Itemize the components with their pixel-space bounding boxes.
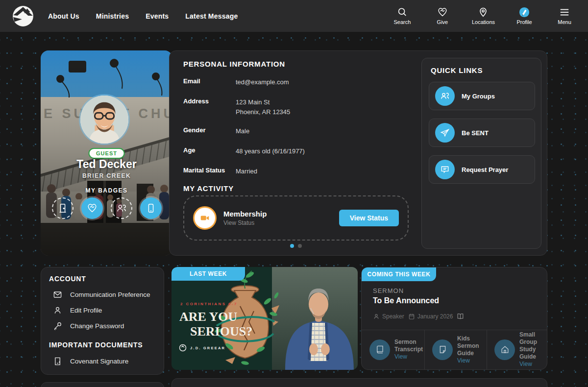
quick-link-label: Request Prayer	[462, 166, 508, 173]
quick-link-label: My Groups	[462, 93, 495, 100]
resource-view-link[interactable]: View	[457, 357, 487, 364]
nav-action-give[interactable]: Give	[432, 7, 453, 25]
meta-date: January 2026	[408, 313, 453, 320]
quick-link-request-prayer[interactable]: Request Prayer	[429, 155, 535, 184]
personal-info-title: PERSONAL INFORMATION	[183, 60, 285, 68]
give-heart-icon	[437, 7, 448, 18]
airplane-icon	[440, 128, 450, 138]
nav-action-label: Search	[393, 19, 411, 25]
kids-guide-icon-circle	[432, 339, 453, 360]
info-value: 123 Main St Phoenix, AR 12345	[236, 97, 290, 117]
badge-give-earned[interactable]	[81, 197, 103, 219]
upcoming-sermon-title: To Be Announced	[373, 296, 439, 305]
nav-link-about-us[interactable]: About Us	[48, 12, 79, 20]
key-icon	[53, 321, 62, 331]
membership-text: Membership View Status	[223, 210, 267, 226]
activity-item-subtitle: View Status	[223, 219, 267, 226]
info-label: Address	[183, 97, 236, 117]
resource-small-group-study-guide[interactable]: Small Group Study Guide View	[487, 330, 548, 369]
info-label: Marital Status	[183, 167, 236, 176]
account-item-covenant-signature[interactable]: Covenant Signature	[53, 357, 128, 366]
info-row-gender: Gender Male	[183, 126, 249, 136]
account-item-label: Edit Profile	[70, 307, 102, 314]
badge-groups-locked[interactable]	[111, 197, 132, 219]
account-item-label: Covenant Signature	[70, 358, 128, 365]
nav-action-menu[interactable]: Menu	[554, 7, 575, 25]
nav-action-label: Menu	[558, 19, 571, 25]
person-icon	[373, 313, 380, 320]
sermon-title-line1: ARE YOU	[179, 310, 237, 324]
book-icon	[375, 345, 385, 354]
meta-speaker: Speaker	[373, 313, 404, 320]
last-week-sermon-card[interactable]: 2 CORINTHIANS 6-7 ARE YOU SERIOUS? J.D. …	[172, 267, 358, 370]
last-week-badge: LAST WEEK	[172, 267, 245, 281]
carousel-dot-1[interactable]	[290, 244, 294, 248]
home-icon	[500, 345, 510, 354]
membership-activity-card: Membership View Status View Status	[183, 195, 409, 241]
account-item-label: Change Password	[70, 322, 124, 330]
resource-text: Kids Sermon Guide View	[457, 335, 487, 364]
nav-action-locations[interactable]: Locations	[472, 7, 495, 25]
nav-action-label: Profile	[516, 19, 532, 25]
info-value: Male	[236, 126, 249, 136]
account-card: ACCOUNT Communication Preference Edit Pr…	[41, 267, 164, 375]
groups-icon-circle	[435, 86, 455, 106]
sermon-speaker-name: J.D. GREEAR	[190, 346, 225, 350]
member-avatar-image	[80, 96, 128, 144]
member-name: Ted Decker	[41, 158, 172, 171]
quick-link-be-sent[interactable]: Be SENT	[429, 119, 535, 147]
info-row-email: Email ted@example.com	[183, 77, 289, 87]
address-line-1: 123 Main St	[236, 97, 290, 107]
info-value: ted@example.com	[236, 77, 289, 87]
resource-line2: Sermon Guide	[457, 342, 487, 357]
church-logo-icon[interactable]	[12, 5, 34, 27]
sermon-artwork: 2 CORINTHIANS 6-7 ARE YOU SERIOUS? J.D. …	[172, 267, 358, 370]
nav-action-label: Locations	[472, 19, 495, 25]
account-item-change-password[interactable]: Change Password	[53, 321, 124, 331]
info-label: Age	[183, 146, 236, 156]
door-icon	[57, 203, 68, 214]
quick-links-card: QUICK LINKS My Groups Be SENT Request Pr…	[421, 58, 541, 249]
address-line-2: Phoenix, AR 12345	[236, 107, 290, 117]
membership-icon-circle	[193, 206, 217, 230]
quick-link-my-groups[interactable]: My Groups	[429, 82, 535, 110]
give-heart-icon	[87, 203, 98, 214]
account-item-communication-preference[interactable]: Communication Preference	[53, 290, 150, 299]
resource-sermon-transcript[interactable]: Sermon Transcript View	[362, 330, 424, 369]
view-status-button[interactable]: View Status	[339, 210, 399, 226]
search-icon	[397, 7, 408, 18]
badge-attend-locked[interactable]	[52, 197, 74, 219]
resource-line1: Small Group	[519, 331, 548, 346]
coming-this-week-badge: COMING THIS WEEK	[362, 267, 436, 281]
info-value: Married	[236, 167, 257, 176]
resource-line2: Transcript	[394, 346, 423, 353]
resource-view-link[interactable]: View	[394, 353, 423, 361]
important-documents-title: IMPORTANT DOCUMENTS	[49, 341, 143, 349]
member-avatar	[80, 96, 128, 144]
nav-link-latest-message[interactable]: Latest Message	[185, 12, 238, 20]
resource-view-link[interactable]: View	[519, 361, 548, 368]
phone-icon	[146, 203, 156, 214]
account-title: ACCOUNT	[49, 275, 86, 283]
signed-document-icon	[53, 357, 62, 366]
nav-link-ministries[interactable]: Ministries	[96, 12, 129, 20]
account-item-edit-profile[interactable]: Edit Profile	[53, 306, 102, 315]
resource-text: Sermon Transcript View	[394, 339, 423, 361]
calendar-icon	[408, 313, 415, 320]
resource-text: Small Group Study Guide View	[519, 331, 548, 368]
carousel-dot-2[interactable]	[298, 244, 302, 248]
person-icon	[53, 306, 62, 315]
top-navbar: About Us Ministries Events Latest Messag…	[0, 0, 588, 32]
study-guide-icon-circle	[494, 339, 515, 360]
info-row-marital-status: Marital Status Married	[183, 167, 257, 176]
nav-link-events[interactable]: Events	[146, 12, 169, 20]
badge-app-earned[interactable]	[140, 197, 162, 219]
quick-link-label: Be SENT	[462, 129, 489, 137]
resource-kids-sermon-guide[interactable]: Kids Sermon Guide View	[424, 330, 487, 369]
resource-line2: Study Guide	[519, 346, 548, 361]
partial-card-wide	[172, 378, 547, 387]
nav-action-search[interactable]: Search	[392, 7, 413, 25]
coming-this-week-card: COMING THIS WEEK SERMON To Be Announced …	[361, 267, 547, 370]
meta-speaker-label: Speaker	[382, 313, 404, 320]
nav-action-profile[interactable]: Profile	[514, 7, 535, 25]
